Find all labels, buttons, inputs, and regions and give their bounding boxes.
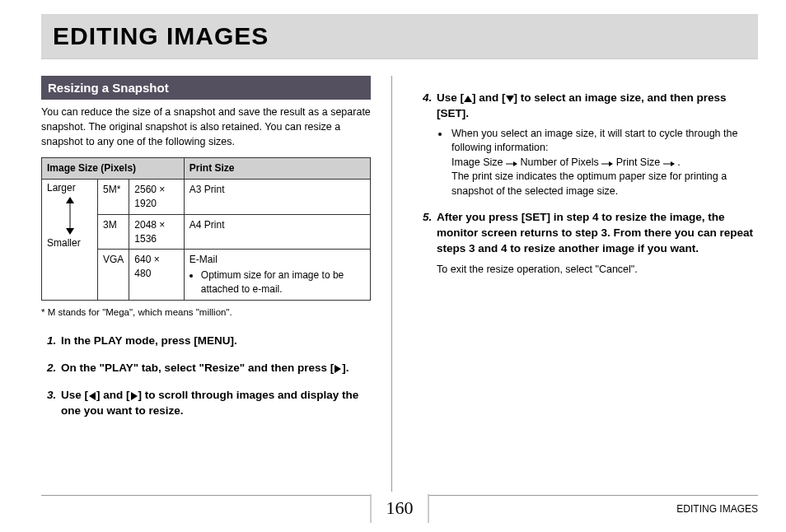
larger-label: Larger: [47, 182, 76, 194]
footer: 160 EDITING IMAGES: [41, 495, 758, 524]
two-column-layout: Resizing a Snapshot You can reduce the s…: [41, 76, 758, 492]
print-extra-text: Optimum size for an image to be attached…: [201, 268, 365, 296]
print-extra: Optimum size for an image to be attached…: [189, 268, 365, 296]
step-2-text: On the "PLAY" tab, select "Resize" and t…: [61, 362, 349, 374]
size-arrow-cell: Larger Smaller: [42, 180, 98, 301]
step-3: Use [] and [] to scroll through images a…: [59, 388, 371, 419]
header-image-size: Image Size (Pixels): [42, 158, 185, 180]
page-number: 160: [371, 494, 429, 523]
footer-section-label: EDITING IMAGES: [676, 502, 758, 516]
smaller-label: Smaller: [47, 237, 81, 249]
table-row: Larger Smaller 5M* 2560 × 1920 A3 Print: [42, 180, 371, 215]
section-heading: Resizing a Snapshot: [41, 76, 371, 100]
header-print-size: Print Size: [184, 158, 370, 180]
step-4: Use [] and [] to select an image size, a…: [435, 91, 758, 198]
title-bar: EDITING IMAGES: [41, 14, 758, 59]
step-5-sub: To exit the resize operation, select "Ca…: [437, 262, 758, 277]
step-3-text: Use [] and [] to scroll through images a…: [61, 389, 358, 417]
table-header-row: Image Size (Pixels) Print Size: [42, 158, 371, 180]
svg-marker-7: [506, 96, 514, 102]
step-5-text: After you press [SET] in step 4 to resiz…: [437, 211, 753, 254]
up-triangle-icon: [464, 95, 472, 103]
footnote: * M stands for "Mega", which means "mill…: [41, 306, 371, 319]
manual-page: EDITING IMAGES Resizing a Snapshot You c…: [0, 0, 786, 532]
step-4-text: Use [] and [] to select an image size, a…: [437, 91, 727, 119]
intro-paragraph: You can reduce the size of a snapshot an…: [41, 105, 371, 149]
arrow-right-icon: [506, 161, 517, 167]
cell-pixels: 2560 × 1920: [129, 180, 184, 215]
arrow-right-icon: [663, 161, 675, 167]
step-2: On the "PLAY" tab, select "Resize" and t…: [59, 361, 371, 376]
cell-code: 5M*: [98, 180, 129, 215]
steps-left: In the PLAY mode, press [MENU]. On the "…: [41, 334, 371, 419]
left-column: Resizing a Snapshot You can reduce the s…: [41, 76, 392, 492]
step-1: In the PLAY mode, press [MENU].: [59, 334, 371, 349]
cell-pixels: 640 × 480: [129, 250, 184, 300]
print-label: E-Mail: [189, 254, 218, 265]
cell-print: A4 Print: [184, 214, 370, 250]
svg-marker-2: [66, 228, 74, 235]
svg-marker-9: [513, 161, 517, 166]
cell-code: 3M: [98, 214, 129, 250]
down-triangle-icon: [506, 95, 514, 103]
right-column: Use [] and [] to select an image size, a…: [417, 76, 758, 492]
cell-code: VGA: [98, 250, 129, 300]
right-triangle-icon: [130, 392, 138, 400]
svg-marker-0: [66, 197, 74, 203]
double-arrow-icon: [65, 197, 75, 235]
page-title: EDITING IMAGES: [53, 19, 746, 54]
steps-right: Use [] and [] to select an image size, a…: [417, 91, 758, 277]
right-triangle-icon: [334, 365, 342, 373]
svg-marker-11: [609, 161, 613, 166]
step-5: After you press [SET] in step 4 to resiz…: [435, 210, 758, 277]
left-triangle-icon: [88, 392, 96, 400]
step-1-text: In the PLAY mode, press [MENU].: [61, 334, 237, 347]
step-4-sub-item: When you select an image size, it will s…: [450, 127, 758, 199]
cell-pixels: 2048 × 1536: [129, 214, 184, 250]
cell-print: A3 Print: [184, 180, 370, 215]
svg-marker-6: [464, 96, 472, 102]
svg-marker-3: [335, 365, 341, 373]
svg-marker-4: [89, 392, 96, 400]
svg-marker-13: [671, 161, 675, 166]
step-4-sub: When you select an image size, it will s…: [437, 127, 758, 199]
cell-print: E-Mail Optimum size for an image to be a…: [184, 250, 370, 300]
size-table: Image Size (Pixels) Print Size Larger Sm…: [41, 157, 371, 300]
arrow-right-icon: [601, 161, 613, 167]
svg-marker-5: [131, 392, 138, 400]
